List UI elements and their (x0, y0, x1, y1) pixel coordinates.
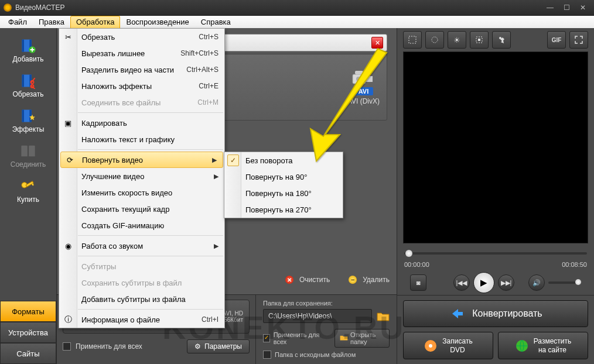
tool-brightness-button[interactable]: ☀ (448, 31, 466, 49)
submenu-item[interactable]: Повернуть на 90° (224, 169, 343, 185)
menu-item[interactable]: Изменить скорость видео (59, 184, 224, 201)
menu-item[interactable]: ⟳Повернуть видео▶ (60, 152, 223, 168)
snapshot-button[interactable]: ◙ (410, 274, 426, 291)
upload-button[interactable]: Разместить на сайте (498, 332, 588, 359)
svg-rect-20 (355, 71, 363, 74)
tool-frame-button[interactable] (470, 31, 489, 49)
dvd-label: Записать DVD (442, 337, 472, 354)
menu-item-label: Наложить текст и графику (81, 135, 175, 144)
clear-icon: ✕ (285, 276, 293, 284)
menu-item[interactable]: Вырезать лишнееShift+Ctrl+S (59, 45, 224, 61)
submenu-arrow-icon: ▶ (212, 156, 217, 164)
convert-button[interactable]: Конвертировать (403, 300, 588, 327)
menu-item[interactable]: Улучшение видео▶ (59, 168, 224, 184)
key-icon (20, 178, 36, 194)
menu-file[interactable]: Файл (2, 16, 33, 29)
menu-help[interactable]: Справка (195, 16, 237, 29)
play-button[interactable]: ▶ (473, 272, 494, 293)
svg-rect-12 (21, 146, 28, 157)
sidebar-buy[interactable]: Купить (4, 174, 53, 207)
sidebar-buy-label: Купить (17, 195, 39, 204)
sidebar-add[interactable]: Добавить (4, 34, 53, 67)
rotate-icon: ⟳ (64, 154, 75, 165)
scissors-icon: ✂ (63, 32, 73, 42)
sidebar-crop-label: Обрезать (13, 90, 44, 98)
crop-icon: ▣ (63, 118, 73, 128)
menu-item[interactable]: ✂ОбрезатьCtrl+S (59, 29, 224, 45)
svg-rect-13 (29, 146, 35, 157)
film-add-icon (20, 37, 36, 54)
menu-item-label: Улучшение видео (81, 172, 144, 181)
menu-item[interactable]: Создать GIF-анимацию (59, 217, 224, 233)
volume-slider[interactable] (548, 281, 581, 284)
prev-button[interactable]: |◀◀ (453, 274, 470, 291)
tool-effects-button[interactable] (425, 31, 444, 49)
maximize-button[interactable]: ☐ (559, 2, 574, 13)
menu-edit[interactable]: Правка (33, 16, 70, 29)
submenu-item-label: Повернуть на 90° (245, 173, 308, 181)
tab-formats[interactable]: Форматы (0, 301, 56, 322)
film-join-icon (20, 143, 36, 159)
menu-item[interactable]: Наложить эффектыCtrl+E (59, 78, 224, 94)
tool-speed-button[interactable] (492, 31, 511, 49)
processing-menu: ✂ОбрезатьCtrl+SВырезать лишнееShift+Ctrl… (59, 28, 225, 328)
video-preview[interactable] (403, 51, 588, 243)
submenu-item[interactable]: ✓Без поворота (224, 152, 343, 169)
save-path-label: Папка для сохранения: (263, 300, 390, 307)
delete-button[interactable]: Удалить (363, 276, 390, 284)
menu-item[interactable]: ◉Работа со звуком▶ (59, 238, 224, 254)
menu-item-label: Создать GIF-анимацию (81, 221, 164, 230)
left-tabs: Форматы Устройства Сайты (0, 301, 56, 364)
apply-format-checkbox[interactable] (63, 342, 71, 351)
close-button[interactable]: ✕ (575, 2, 590, 13)
sidebar-join[interactable]: Соединить (4, 139, 53, 172)
info-icon: ⓘ (63, 314, 73, 325)
sidebar-effects[interactable]: Эффекты (4, 104, 53, 137)
svg-point-27 (429, 344, 432, 348)
svg-rect-5 (22, 75, 25, 87)
menu-item[interactable]: ⓘИнформация о файлеCtrl+I (59, 311, 224, 328)
clear-button[interactable]: Очистить (299, 276, 330, 284)
menu-processing[interactable]: Обработка (70, 16, 121, 29)
menu-item-label: Наложить эффекты (81, 82, 152, 91)
menu-item-shortcut: Ctrl+E (199, 82, 219, 90)
menu-item[interactable]: Разделить видео на частиCtrl+Alt+S (59, 61, 224, 78)
menubar: Файл Правка Обработка Воспроизведение Сп… (0, 16, 594, 29)
tool-fullscreen-button[interactable] (569, 31, 588, 49)
menu-item-shortcut: Ctrl+I (202, 315, 219, 324)
menu-item[interactable]: ▣Кадрировать (59, 115, 224, 131)
menu-item-shortcut: Ctrl+M (197, 98, 219, 107)
submenu-item-label: Без поворота (245, 156, 293, 165)
file-close-button[interactable]: ✕ (371, 37, 383, 49)
tab-sites[interactable]: Сайты (0, 343, 56, 364)
volume-button[interactable]: 🔊 (528, 274, 545, 291)
film-cut-icon (20, 73, 36, 89)
svg-point-18 (356, 77, 361, 81)
tab-devices[interactable]: Устройства (0, 322, 56, 343)
source-folder-checkbox[interactable] (263, 351, 271, 359)
menu-item-label: Изменить скорость видео (81, 188, 172, 197)
submenu-arrow-icon: ▶ (214, 242, 219, 250)
menu-playback[interactable]: Воспроизведение (120, 16, 194, 29)
tool-crop-button[interactable] (403, 31, 422, 49)
app-title: ВидеоМАСТЕР (15, 4, 542, 12)
tool-gif-button[interactable]: GIF (547, 31, 566, 49)
minimize-button[interactable]: — (542, 2, 558, 13)
rotate-submenu: ✓Без поворотаПовернуть на 90°Повернуть н… (224, 152, 343, 218)
next-button[interactable]: ▶▶| (498, 274, 514, 291)
submenu-item[interactable]: Повернуть на 180° (224, 185, 343, 201)
sound-icon: ◉ (63, 241, 73, 251)
sidebar-crop[interactable]: Обрезать (4, 69, 53, 102)
file-format[interactable]: AVI AVI (DivX) (347, 70, 380, 105)
menu-item[interactable]: Добавить субтитры из файла (59, 291, 224, 307)
menu-item[interactable]: Наложить текст и графику (59, 131, 224, 147)
menu-item[interactable]: Сохранить текущий кадр (59, 201, 224, 217)
menu-item-shortcut: Ctrl+Alt+S (186, 66, 219, 74)
film-effects-icon (20, 108, 36, 124)
menu-item-shortcut: Shift+Ctrl+S (180, 49, 219, 57)
dvd-button[interactable]: Записать DVD (403, 332, 493, 359)
seek-slider[interactable] (404, 252, 587, 255)
submenu-item[interactable]: Повернуть на 270° (224, 201, 343, 218)
disc-icon (424, 339, 438, 353)
menu-item-label: Добавить субтитры из файла (81, 295, 186, 304)
